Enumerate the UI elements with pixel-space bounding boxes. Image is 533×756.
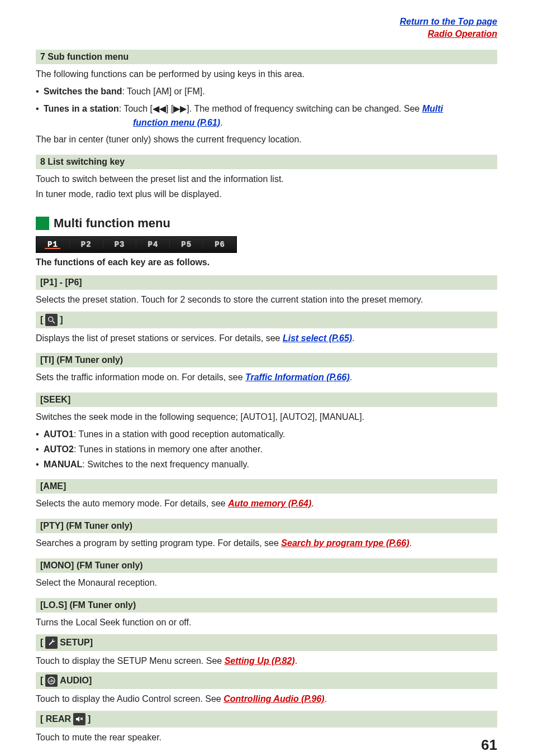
row-p1p6-body: Selects the preset station. Touch for 2 … [36,293,497,307]
multi-function-heading: Multi function menu [54,216,170,231]
row-mono-head: [MONO] (FM Tuner only) [36,558,497,573]
link-return-top[interactable]: Return to the Top page [399,17,497,26]
row-setup-body-a: Touch to display the SETUP Menu screen. … [36,656,225,666]
link-multi-function-menu-b[interactable]: function menu (P.61) [133,118,220,127]
speaker-mute-icon [73,713,85,725]
magnifier-icon [45,314,58,326]
row-setup-body-b: . [295,656,297,666]
row-pty-body: Searches a program by setting program ty… [36,537,497,551]
row-seek-auto2: • AUTO2: Tunes in stations in memory one… [36,443,497,457]
link-radio-operation[interactable]: Radio Operation [428,29,497,39]
svg-rect-3 [50,681,50,682]
row-audio-body: Touch to display the Audio Control scree… [36,692,497,706]
tunes-station-label: Tunes in a station [44,104,119,113]
bullet-dot: • [36,443,44,457]
top-links: Return to the Top page Radio Operation [36,16,497,40]
heading-square-icon [36,217,49,230]
link-search-pty[interactable]: Search by program type (P.66) [281,538,409,548]
page-number: 61 [481,736,497,754]
row-ti-body: Sets the traffic information mode on. Fo… [36,371,497,385]
bullet-dot: • [36,428,44,442]
preset-p3[interactable]: P3 [103,240,137,249]
bullet-dot: • [36,458,44,472]
link-traffic-info[interactable]: Traffic Information (P.66) [245,372,350,382]
auto2-label: AUTO2 [44,444,74,454]
svg-rect-4 [51,680,52,682]
link-setting-up[interactable]: Setting Up (P.82) [225,656,295,666]
switch-band-rest: : Touch [AM] or [FM]. [122,87,204,96]
sec8-heading: 8 List switching key [36,155,497,169]
row-ti-head: [TI] (FM Tuner only) [36,353,497,367]
manual-rest: : Switches to the next frequency manuall… [82,460,249,469]
audio-head-label: AUDIO] [60,676,92,686]
link-multi-function-menu-a[interactable]: Multi [422,104,443,113]
row-ame-body: Selects the auto memory mode. For detail… [36,497,497,511]
link-auto-memory[interactable]: Auto memory (P.64) [228,499,311,508]
row-rear-head: [ REAR ] [36,711,497,728]
sec7-bar-note: The bar in center (tuner only) shows the… [36,133,497,147]
sec7-bullet-tunes-station: • Tunes in a station: Touch [◀◀] [▶▶]. T… [36,102,497,130]
sec8-line2: In tuner mode, radio text plus will be d… [36,188,497,202]
preset-p4[interactable]: P4 [136,240,170,249]
rear-head-open: [ REAR [40,714,71,724]
bracket-close: ] [60,315,63,325]
svg-point-0 [49,317,53,321]
preset-bar: P1 P2 P3 P4 P5 P6 [36,236,237,253]
sec7-bullet-switch-band: • Switches the band: Touch [AM] or [FM]. [36,85,497,99]
bracket-open: [ [40,638,43,648]
auto1-label: AUTO1 [44,429,74,439]
row-mono-body: Select the Monaural reception. [36,576,497,590]
row-audio-body-b: . [325,694,327,704]
row-pty-body-a: Searches a program by setting program ty… [36,538,281,548]
row-search-head: [ ] [36,312,497,328]
auto2-rest: : Tunes in stations in memory one after … [74,444,263,454]
row-search-body: Displays the list of preset stations or … [36,332,497,346]
row-seek-l1: Switches the seek mode in the following … [36,410,497,424]
sec8-line1: Touch to switch between the preset list … [36,173,497,186]
setup-head-label: SETUP] [60,638,93,648]
row-seek-head: [SEEK] [36,393,497,407]
equalizer-icon [45,674,58,687]
row-setup-head: [ SETUP] [36,634,497,651]
preset-p1[interactable]: P1 [36,240,70,249]
preset-p6[interactable]: P6 [203,240,236,249]
row-search-body-a: Displays the list of preset stations or … [36,333,283,343]
switch-band-label: Switches the band [44,87,122,96]
manual-label: MANUAL [44,460,82,469]
row-seek-manual: • MANUAL: Switches to the next frequency… [36,458,497,472]
svg-rect-5 [53,680,53,682]
row-search-body-b: . [352,333,354,343]
row-p1p6-head: [P1] - [P6] [36,275,497,290]
svg-line-1 [53,321,55,323]
link-list-select[interactable]: List select (P.65) [283,333,352,343]
row-los-body: Turns the Local Seek function on or off. [36,616,497,630]
row-ti-body-b: . [350,372,352,382]
row-pty-head: [PTY] (FM Tuner only) [36,519,497,533]
tunes-station-rest-a: : Touch [◀◀] [▶▶]. The method of frequen… [119,104,422,113]
row-setup-body: Touch to display the SETUP Menu screen. … [36,654,497,668]
row-los-head: [LO.S] (FM Tuner only) [36,598,497,613]
bracket-open: [ [40,676,43,686]
auto1-rest: : Tunes in a station with good reception… [74,429,285,439]
row-pty-body-b: . [409,538,411,548]
preset-p5[interactable]: P5 [170,240,203,249]
wrench-icon [45,637,58,649]
multi-function-heading-wrap: Multi function menu [36,216,497,231]
preset-p2[interactable]: P2 [70,240,103,249]
sec7-heading: 7 Sub function menu [36,50,497,64]
link-controlling-audio[interactable]: Controlling Audio (P.96) [223,694,324,704]
row-audio-head: [ AUDIO] [36,672,497,689]
sec7-intro: The following functions can be performed… [36,68,497,82]
row-rear-body: Touch to mute the rear speaker. [36,731,497,745]
tunes-station-rest-b: . [220,118,222,127]
row-seek-auto1: • AUTO1: Tunes in a station with good re… [36,428,497,442]
bullet-dot: • [36,85,44,99]
bullet-dot: • [36,102,44,130]
row-ame-head: [AME] [36,479,497,494]
row-audio-body-a: Touch to display the Audio Control scree… [36,694,223,704]
row-ame-body-b: . [311,499,313,508]
rear-head-close: ] [88,714,91,724]
row-ti-body-a: Sets the traffic information mode on. Fo… [36,372,245,382]
bracket-open: [ [40,315,43,325]
functions-intro: The functions of each key are as follows… [36,257,497,267]
